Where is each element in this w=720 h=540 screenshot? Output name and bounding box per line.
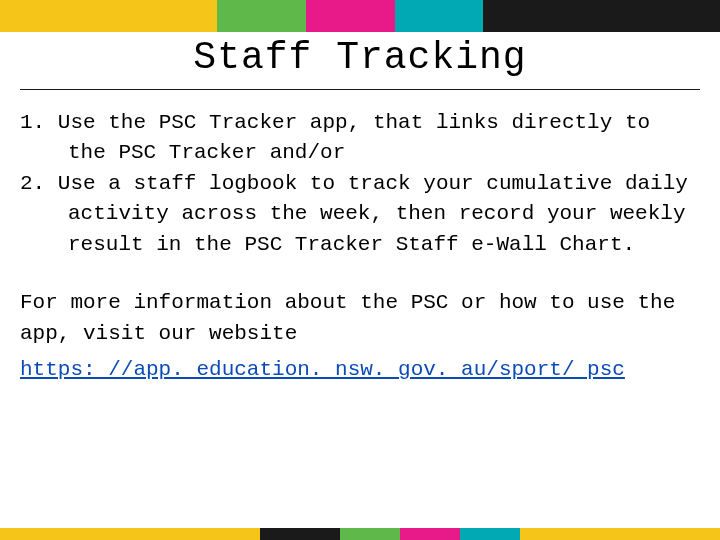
stripe-segment bbox=[395, 0, 484, 32]
list-item: Use the PSC Tracker app, that links dire… bbox=[20, 108, 700, 169]
stripe-segment bbox=[217, 0, 306, 32]
stripe-segment bbox=[0, 528, 260, 540]
stripe-segment bbox=[260, 528, 340, 540]
stripe-segment bbox=[306, 0, 395, 32]
instruction-list: Use the PSC Tracker app, that links dire… bbox=[20, 108, 700, 260]
info-paragraph: For more information about the PSC or ho… bbox=[20, 288, 700, 349]
slide-content: Staff Tracking Use the PSC Tracker app, … bbox=[20, 36, 700, 524]
page-title: Staff Tracking bbox=[20, 36, 700, 90]
stripe-segment bbox=[460, 528, 520, 540]
stripe-segment bbox=[520, 528, 720, 540]
stripe-segment bbox=[340, 528, 400, 540]
website-link[interactable]: https: //app. education. nsw. gov. au/sp… bbox=[20, 355, 700, 385]
stripe-segment bbox=[483, 0, 720, 32]
stripe-segment bbox=[400, 528, 460, 540]
stripe-segment bbox=[0, 0, 217, 32]
decorative-top-stripe bbox=[0, 0, 720, 32]
decorative-bottom-stripe bbox=[0, 528, 720, 540]
list-item: Use a staff logbook to track your cumula… bbox=[20, 169, 700, 260]
